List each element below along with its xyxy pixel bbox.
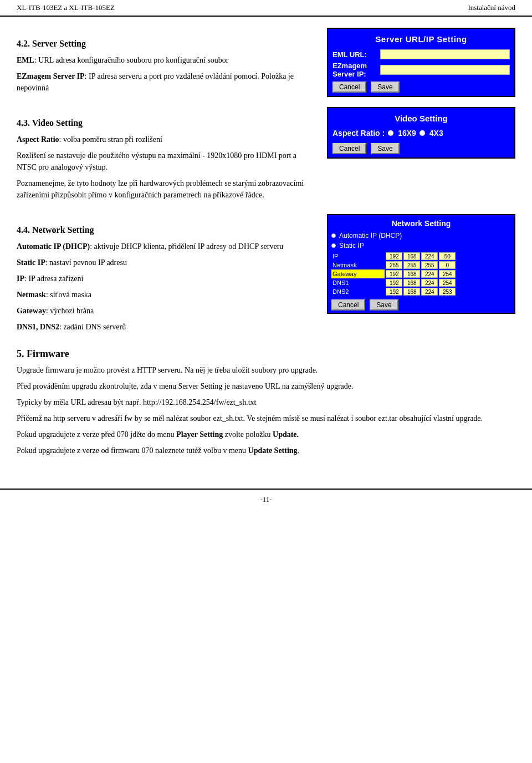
dns1-input-1[interactable] (386, 279, 402, 287)
section-44-netmask-bold: Netmask (17, 291, 46, 299)
ip-input-1[interactable] (386, 252, 402, 260)
section-43-text: 4.3. Video Setting Aspect Ratio: volba p… (17, 107, 316, 205)
eml-url-row: EML URL: (332, 49, 510, 59)
page-footer: -11- (0, 489, 532, 510)
video-cancel-button[interactable]: Cancel (332, 143, 366, 154)
section-5-para6: Pokud upgradujete z verze od firmwaru 07… (17, 445, 515, 456)
section-44-para3: IP: IP adresa zařízení (17, 273, 316, 284)
section-44-para1: Automatic IP (DHCP): aktivuje DHCP klien… (17, 241, 316, 252)
dns2-input-1[interactable] (386, 288, 402, 296)
video-setting-panel: Video Setting Aspect Ratio : 16X9 4X3 Ca… (327, 107, 515, 159)
netmask-label: Netmask (331, 261, 385, 269)
radio-4x3-icon[interactable] (420, 130, 425, 136)
section-44-para4: Netmask: síťová maska (17, 289, 316, 301)
ip-input-4[interactable] (439, 252, 456, 260)
dns1-label: DNS1 (331, 278, 385, 287)
ezmagem-row: EZmagem Server IP: (332, 62, 510, 78)
netmask-input-2[interactable] (403, 261, 420, 269)
section-44-para2: Static IP: nastaví pevnou IP adresu (17, 257, 316, 268)
section-43-panel: Video Setting Aspect Ratio : 16X9 4X3 Ca… (327, 107, 515, 205)
section-43-para1-bold: Aspect Ratio (17, 135, 59, 144)
gateway-input-1[interactable] (386, 270, 402, 278)
dhcp-option-row: Automatic IP (DHCP) (331, 231, 511, 241)
page-number: -11- (260, 495, 272, 503)
section-5-para5: Pokud upgradujete z verze před 070 jděte… (17, 429, 515, 440)
gateway-input-4[interactable] (439, 270, 456, 278)
server-url-panel: Server URL/IP Setting EML URL: EZmagem S… (327, 28, 515, 97)
table-row-gateway: Gateway (331, 269, 511, 278)
dns2-input-4[interactable] (439, 288, 456, 296)
dhcp-option-label: Automatic IP (DHCP) (339, 232, 402, 240)
static-option-row: Static IP (331, 241, 511, 251)
server-panel-title: Server URL/IP Setting (332, 32, 510, 47)
ezmagem-ip-input[interactable] (380, 65, 510, 75)
page-header: XL-ITB-103EZ a XL-ITB-105EZ Instalační n… (0, 0, 532, 17)
server-cancel-button[interactable]: Cancel (332, 82, 366, 93)
section-44-para5: Gateway: výchozí brána (17, 305, 316, 317)
network-save-button[interactable]: Save (370, 299, 398, 311)
ip-label: IP (331, 252, 385, 261)
section-43: 4.3. Video Setting Aspect Ratio: volba p… (17, 107, 515, 205)
ip-inputs (385, 252, 511, 261)
server-panel-buttons: Cancel Save (332, 82, 510, 93)
option-16x9: 16X9 (398, 129, 416, 138)
dns2-input-3[interactable] (421, 288, 438, 296)
video-panel-buttons: Cancel Save (332, 143, 510, 154)
ezmagem-label: EZmagem Server IP: (332, 62, 377, 78)
static-radio-icon[interactable] (331, 243, 336, 248)
network-panel-buttons: Cancel Save (331, 299, 511, 311)
section-44-dns-bold: DNS1, DNS2 (17, 323, 59, 331)
dns2-inputs (385, 287, 511, 296)
section-44-heading: 4.4. Network Setting (17, 225, 316, 235)
table-row-dns1: DNS1 (331, 278, 511, 287)
network-table: IP Netmask (331, 252, 511, 296)
radio-16x9-icon[interactable] (388, 130, 393, 136)
dns1-input-3[interactable] (421, 279, 438, 287)
server-save-button[interactable]: Save (371, 82, 399, 93)
section-43-heading: 4.3. Video Setting (17, 118, 316, 128)
table-row-netmask: Netmask (331, 261, 511, 269)
eml-url-input[interactable] (380, 49, 510, 59)
video-save-button[interactable]: Save (371, 143, 399, 154)
network-panel-title: Network Setting (331, 217, 511, 231)
dns1-input-4[interactable] (439, 279, 456, 287)
gateway-input-2[interactable] (403, 270, 420, 278)
section-42-para1-bold: EML (17, 56, 34, 64)
section-44-panel: Network Setting Automatic IP (DHCP) Stat… (327, 214, 515, 337)
video-panel-title: Video Setting (332, 111, 510, 126)
section-5-heading: 5. Firmware (17, 348, 515, 360)
network-setting-panel: Network Setting Automatic IP (DHCP) Stat… (327, 214, 515, 314)
table-row-ip: IP (331, 252, 511, 261)
section-42-text: 4.2. Server Setting EML: URL adresa konf… (17, 28, 316, 98)
section-42-para2-bold: EZmagem Server IP (17, 72, 85, 80)
header-left: XL-ITB-103EZ a XL-ITB-105EZ (17, 3, 115, 12)
header-right: Instalační návod (468, 3, 515, 12)
network-cancel-button[interactable]: Cancel (331, 299, 365, 311)
gateway-input-3[interactable] (421, 270, 438, 278)
section-5-para1: Upgrade firmwaru je možno provést z HTTP… (17, 364, 515, 376)
section-44-static-bold: Static IP (17, 258, 45, 267)
option-4x3: 4X3 (429, 129, 443, 138)
section-5-para4: Přičemž na http serveru v adresáři fw by… (17, 413, 515, 424)
dns1-inputs (385, 278, 511, 287)
netmask-input-3[interactable] (421, 261, 438, 269)
section-43-para1: Aspect Ratio: volba poměru stran při roz… (17, 134, 316, 145)
section-5-para2: Před prováděním upgradu zkontrolujte, zd… (17, 380, 515, 392)
dhcp-radio-icon[interactable] (331, 233, 336, 238)
netmask-input-4[interactable] (439, 261, 456, 269)
section-42-para2: EZmagem Server IP: IP adresa serveru a p… (17, 70, 316, 94)
netmask-inputs (385, 261, 511, 269)
section-42-heading: 4.2. Server Setting (17, 39, 316, 49)
section-44-text: 4.4. Network Setting Automatic IP (DHCP)… (17, 214, 316, 337)
section-42: 4.2. Server Setting EML: URL adresa konf… (17, 28, 515, 98)
ip-input-2[interactable] (403, 252, 420, 260)
dns2-input-2[interactable] (403, 288, 420, 296)
aspect-ratio-row: Aspect Ratio : 16X9 4X3 (332, 126, 510, 140)
dns1-input-2[interactable] (403, 279, 420, 287)
table-row-dns2: DNS2 (331, 287, 511, 296)
gateway-label: Gateway (331, 269, 385, 278)
gateway-inputs (385, 269, 511, 278)
section-42-panel: Server URL/IP Setting EML URL: EZmagem S… (327, 28, 515, 98)
ip-input-3[interactable] (421, 252, 438, 260)
netmask-input-1[interactable] (386, 261, 402, 269)
